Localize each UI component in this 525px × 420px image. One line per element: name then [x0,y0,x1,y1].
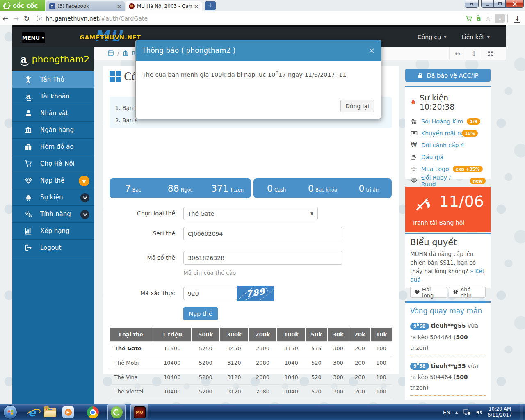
tab-mu-label: MU Hà Nội 2003 - Gameth [137,3,192,9]
expand-chevron[interactable] [80,193,89,202]
poll-title: Biểu quyết [410,237,486,247]
events-card: Sự kiện 10:20:38 Sói Hoàng Kim 1/9 Khuyế… [405,86,491,179]
event-badge: 10% [462,130,478,137]
language-indicator[interactable]: EN [443,409,450,415]
resize-horizontal-button[interactable]: ↔ [449,47,466,60]
sidebar-item-nhan-vat[interactable]: Nhân vật [12,105,94,122]
bookmark-star-icon[interactable]: ☆ [485,14,491,22]
vietnamese-typing-icon[interactable]: à [477,14,481,22]
tray-expand-icon[interactable]: ▲ [455,411,458,414]
clock[interactable]: 10:20 AM 6/11/2017 [488,406,515,418]
money-icon [410,130,418,136]
download-bar-button[interactable]: ↓ [495,14,505,23]
close-button[interactable]: × [506,0,524,8]
sidebar-item-hom-do-ao[interactable]: Hòm đồ ảo [12,139,94,155]
minimize-button[interactable] [481,0,493,8]
poll-dislike-button[interactable]: Khó chịu [449,287,486,298]
modal-close-icon[interactable]: × [368,46,375,55]
downloads-button[interactable]: ↓ [512,14,523,23]
show-desktop-button[interactable] [520,404,523,420]
address-bar: ← → ↻ i hn.gamethuvn.net/#auth/CardGate … [0,11,525,25]
lucky-wheel-card: Vòng quay may mắn 9h58tieuh**g55 vừa ra … [405,301,491,400]
sidebar-item-tan-thu[interactable]: Tân Thủ [12,71,94,88]
menu-button[interactable]: MENU ▼ [22,32,45,43]
network-icon[interactable] [463,409,471,415]
event-label: Sói Hoàng Kim [421,118,463,125]
sidebar-item-xep-hang[interactable]: Xếp hạng [12,223,94,240]
windows-icon [110,71,121,82]
lucky-entry: 9h58tieuh**g55 vừa ra kèo 504464 (500 tr… [410,319,486,356]
tab-mu-hanoi[interactable]: M MU Hà Nội 2003 - Gameth × [126,1,202,11]
card-code-label: Mã số thẻ [110,254,175,261]
sidebar-item-cho-ha-noi[interactable]: Chợ Hà Nội [12,155,94,172]
guild-event-card[interactable]: 11/06 Tranh tài Bang hội [405,187,491,232]
protect-label: Đã bảo vệ ACC/IP [427,72,478,79]
sidebar-item-tai-khoan[interactable]: a Tài khoản [12,88,94,105]
caret-down-icon: ▼ [42,36,44,40]
event-badge: exp +35% [453,166,483,172]
event-doi-ruby[interactable]: Đổi Ruby / Ruud new [410,175,486,187]
taskbar-mu-game[interactable]: MU [130,404,148,420]
event-doi-canh[interactable]: ₩ Đổi cánh cấp 4 [410,139,486,151]
chevron-down-icon [83,195,87,199]
cart-icon[interactable] [465,15,472,22]
site-logo[interactable]: MU GAMETHUVN.NET [78,27,144,47]
poll-like-button[interactable]: Hài lòng [410,287,447,298]
tab-close-icon[interactable]: × [194,3,199,9]
back-button[interactable]: ← [0,14,11,23]
captcha-input[interactable] [183,287,237,300]
stat-tri-an: 0tri ân [346,183,392,194]
sidebar-item-tinh-nang[interactable]: Tính năng [12,206,94,223]
event-badge: 1/9 [467,118,480,125]
event-khuyen-mai[interactable]: Khuyến mãi nạp thẻ 10% [410,127,486,139]
market-cart-icon [24,160,33,168]
maximize-icon [498,2,502,5]
reload-button[interactable]: ↻ [21,14,32,23]
forward-button[interactable]: → [11,14,21,23]
sidebar-item-logout[interactable]: Logout [12,240,94,256]
event-dau-gia[interactable]: Đấu giá [410,151,486,163]
event-soi-hoang-kim[interactable]: Sói Hoàng Kim 1/9 [410,115,486,127]
taskbar-explorer[interactable] [41,404,59,420]
won-icon: ₩ [410,142,418,149]
card-code-input[interactable] [183,251,342,265]
taskbar-chrome[interactable] [84,404,102,420]
taskbar-media-player[interactable]: ▶ [59,404,77,420]
modal-close-button[interactable]: Đóng lại [340,100,374,112]
profile-button[interactable] [465,0,479,8]
fullscreen-button[interactable] [482,47,498,60]
sidebar-item-su-kien[interactable]: Sự kiện [12,189,94,206]
modal-message: The cua ban menh gia 100k da bi nap luc … [136,61,381,87]
event-caption: Tranh tài Bang hội [412,219,464,226]
seri-input[interactable] [183,227,342,240]
sidebar-item-ngan-hang[interactable]: Ngân hàng [12,122,94,139]
submit-recharge-button[interactable]: Nạp thẻ [183,307,218,320]
url-field[interactable]: i hn.gamethuvn.net/#auth/CardGate à ☆ ↓ [34,14,508,23]
speaker-icon[interactable] [476,409,483,415]
calendar-icon[interactable] [107,50,114,56]
acc-ip-protect-button[interactable]: Đã bảo vệ ACC/IP [405,69,491,82]
taskbar-coccoc[interactable] [107,404,126,420]
tab-close-icon[interactable]: × [117,3,121,9]
coccoc-brand: cốc cốc [0,0,45,11]
gears-icon [24,210,33,218]
maximize-button[interactable] [493,0,506,8]
start-button[interactable] [3,405,17,419]
links-menu[interactable]: Liên kết ▼ [461,34,490,40]
bank-crumb-icon[interactable] [122,50,128,56]
windows-flag-icon [8,410,13,415]
events-title-row: Sự kiện 10:20:38 [410,93,486,111]
internet-explorer-icon: e [28,406,36,419]
site-info-icon[interactable]: i [37,16,42,21]
new-tab-button[interactable]: + [205,1,216,10]
expand-chevron[interactable] [80,210,89,219]
ruby-icon [410,178,418,184]
sidebar-item-nap-the[interactable]: Nạp thẻ ★ [12,172,94,189]
card-type-select[interactable]: Thẻ Gate ▼ [183,207,318,220]
event-mua-logo[interactable]: ☆ Mua Logo exp +35% [410,163,486,175]
tools-menu[interactable]: Công cụ ▼ [418,34,446,40]
tab-facebook[interactable]: f (3) Facebook × [46,1,125,11]
resize-vertical-button[interactable]: ↕ [466,47,482,60]
poll-text: MUHN đã nâng cấp lên phiên bản SS11, bạn… [410,250,486,284]
taskbar-ie[interactable]: e [23,404,41,420]
